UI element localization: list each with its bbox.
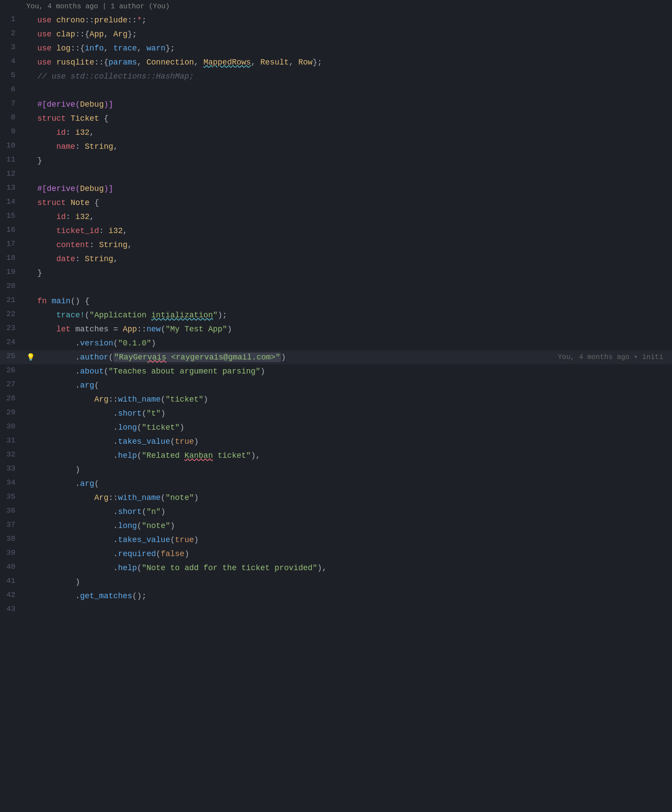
gutter-34	[24, 477, 37, 491]
gutter-43	[24, 603, 37, 617]
line-content-13: #[derive(Debug)]	[37, 182, 672, 196]
gutter-33	[24, 463, 37, 477]
line-content-38: .takes_value(true)	[37, 533, 672, 547]
line-content-33: )	[37, 463, 672, 477]
line-content-6	[37, 83, 672, 97]
line-num-29: 29	[0, 406, 24, 420]
line-content-12	[37, 168, 672, 182]
code-line-36: 36 .short("n")	[0, 505, 672, 519]
line-num-9: 9	[0, 126, 24, 140]
line-num-43: 43	[0, 603, 24, 617]
code-line-34: 34 .arg(	[0, 477, 672, 491]
code-line-20: 20	[0, 280, 672, 294]
code-line-42: 42 .get_matches();	[0, 589, 672, 603]
line-num-4: 4	[0, 55, 24, 69]
code-line-10: 10 name: String,	[0, 140, 672, 154]
gutter-29	[24, 406, 37, 420]
code-line-22: 22 trace!("Application intialization");	[0, 308, 672, 322]
code-line-3: 3 use log::{info, trace, warn};	[0, 41, 672, 55]
code-line-32: 32 .help("Related Kanban ticket"),	[0, 449, 672, 463]
line-num-3: 3	[0, 41, 24, 55]
line-num-23: 23	[0, 322, 24, 336]
code-line-9: 9 id: i32,	[0, 126, 672, 140]
code-editor: You, 4 months ago | 1 author (You) 1 use…	[0, 0, 672, 812]
line-content-29: .short("t")	[37, 406, 672, 420]
line-num-5: 5	[0, 69, 24, 83]
line-content-39: .required(false)	[37, 547, 672, 561]
line-num-30: 30	[0, 420, 24, 435]
line-content-18: date: String,	[37, 252, 672, 266]
line-content-9: id: i32,	[37, 126, 672, 140]
line-content-19: }	[37, 266, 672, 280]
code-line-31: 31 .takes_value(true)	[0, 435, 672, 449]
gutter-40	[24, 561, 37, 575]
line-num-17: 17	[0, 238, 24, 252]
line-content-30: .long("ticket")	[37, 420, 672, 435]
code-line-43: 43	[0, 603, 672, 617]
line-content-42: .get_matches();	[37, 589, 672, 603]
line-num-20: 20	[0, 280, 24, 294]
line-content-21: fn main() {	[37, 294, 672, 308]
code-line-26: 26 .about("Teaches about argument parsin…	[0, 364, 672, 378]
code-line-28: 28 Arg::with_name("ticket")	[0, 392, 672, 406]
gutter-36	[24, 505, 37, 519]
gutter-41	[24, 575, 37, 589]
gutter-11	[24, 154, 37, 168]
line-num-37: 37	[0, 519, 24, 533]
gutter-22	[24, 308, 37, 322]
code-line-37: 37 .long("note")	[0, 519, 672, 533]
gutter-32	[24, 449, 37, 463]
gutter-4	[24, 55, 37, 69]
line-num-26: 26	[0, 364, 24, 378]
gutter-17	[24, 238, 37, 252]
line-num-27: 27	[0, 378, 24, 392]
code-line-21: 21 fn main() {	[0, 294, 672, 308]
line-num-31: 31	[0, 435, 24, 449]
line-content-31: .takes_value(true)	[37, 435, 672, 449]
line-num-24: 24	[0, 336, 24, 350]
line-content-26: .about("Teaches about argument parsing")	[37, 364, 672, 378]
gutter-24	[24, 336, 37, 350]
line-content-32: .help("Related Kanban ticket"),	[37, 449, 672, 463]
line-content-10: name: String,	[37, 140, 672, 154]
gutter-16	[24, 224, 37, 238]
code-line-40: 40 .help("Note to add for the ticket pro…	[0, 561, 672, 575]
line-content-3: use log::{info, trace, warn};	[37, 41, 672, 55]
line-content-2: use clap::{App, Arg};	[37, 27, 672, 41]
line-content-43	[37, 603, 672, 617]
git-blame-header: You, 4 months ago | 1 author (You)	[0, 0, 672, 13]
gutter-25: 💡	[24, 350, 37, 364]
line-num-8: 8	[0, 111, 24, 126]
line-num-1: 1	[0, 13, 24, 27]
line-content-24: .version("0.1.0")	[37, 336, 672, 350]
line-content-27: .arg(	[37, 378, 672, 392]
line-num-10: 10	[0, 140, 24, 154]
line-content-16: ticket_id: i32,	[37, 224, 672, 238]
gutter-37	[24, 519, 37, 533]
line-num-28: 28	[0, 392, 24, 406]
line-num-40: 40	[0, 561, 24, 575]
line-num-7: 7	[0, 97, 24, 111]
line-num-25: 25	[0, 350, 24, 364]
line-num-41: 41	[0, 575, 24, 589]
line-content-7: #[derive(Debug)]	[37, 97, 672, 111]
line-num-16: 16	[0, 224, 24, 238]
line-num-14: 14	[0, 196, 24, 210]
code-line-14: 14 struct Note {	[0, 196, 672, 210]
line-num-42: 42	[0, 589, 24, 603]
code-line-6: 6	[0, 83, 672, 97]
line-content-28: Arg::with_name("ticket")	[37, 392, 672, 406]
code-line-7: 7 #[derive(Debug)]	[0, 97, 672, 111]
gutter-9	[24, 126, 37, 140]
gutter-10	[24, 140, 37, 154]
gutter-35	[24, 491, 37, 505]
code-line-24: 24 .version("0.1.0")	[0, 336, 672, 350]
line-num-39: 39	[0, 547, 24, 561]
line-content-23: let matches = App::new("My Test App")	[37, 322, 672, 336]
code-line-19: 19 }	[0, 266, 672, 280]
line-content-20	[37, 280, 672, 294]
gutter-21	[24, 294, 37, 308]
line-num-32: 32	[0, 449, 24, 463]
gutter-20	[24, 280, 37, 294]
line-content-37: .long("note")	[37, 519, 672, 533]
